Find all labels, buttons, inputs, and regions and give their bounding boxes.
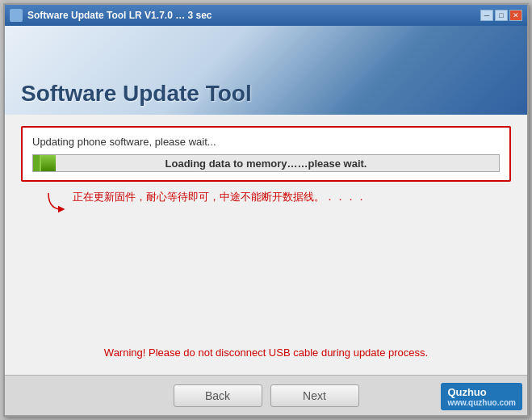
warning-text: Warning! Please do not disconnect USB ca…	[21, 346, 511, 363]
progress-bar-fill	[33, 155, 56, 171]
watermark-line2: www.quzhuo.com	[447, 398, 516, 407]
arrow-container: 正在更新固件，耐心等待即可，中途不能断开数据线。．．．．	[21, 190, 511, 214]
watermark-line1: Quzhuo	[447, 386, 516, 398]
main-body: Updating phone software, please wait... …	[5, 115, 527, 375]
header-banner: Software Update Tool	[5, 26, 527, 115]
titlebar-buttons: ─ □ ✕	[480, 10, 522, 21]
header-title: Software Update Tool	[21, 81, 252, 107]
progress-bar-container: Loading data to memory……please wait.	[32, 154, 500, 172]
progress-bar-text: Loading data to memory……please wait.	[33, 158, 499, 170]
back-button[interactable]: Back	[174, 384, 262, 407]
titlebar-icon	[10, 9, 23, 22]
progress-bar-stripe	[33, 155, 41, 171]
titlebar: Software Update Tool LR V1.7.0 … 3 sec ─…	[5, 5, 527, 26]
main-window: Software Update Tool LR V1.7.0 … 3 sec ─…	[3, 3, 529, 417]
chinese-instruction-text: 正在更新固件，耐心等待即可，中途不能断开数据线。．．．．	[73, 190, 367, 204]
progress-status-text: Updating phone software, please wait...	[32, 136, 500, 148]
watermark: Quzhuo www.quzhuo.com	[441, 383, 522, 410]
arrow-icon	[45, 191, 69, 214]
maximize-button[interactable]: □	[495, 10, 508, 21]
minimize-button[interactable]: ─	[480, 10, 493, 21]
titlebar-title: Software Update Tool LR V1.7.0 … 3 sec	[27, 10, 480, 21]
spacer	[21, 222, 511, 338]
next-button[interactable]: Next	[270, 384, 359, 407]
progress-box: Updating phone software, please wait... …	[21, 126, 511, 182]
content-area: Software Update Tool Updating phone soft…	[5, 26, 527, 415]
close-button[interactable]: ✕	[509, 10, 522, 21]
